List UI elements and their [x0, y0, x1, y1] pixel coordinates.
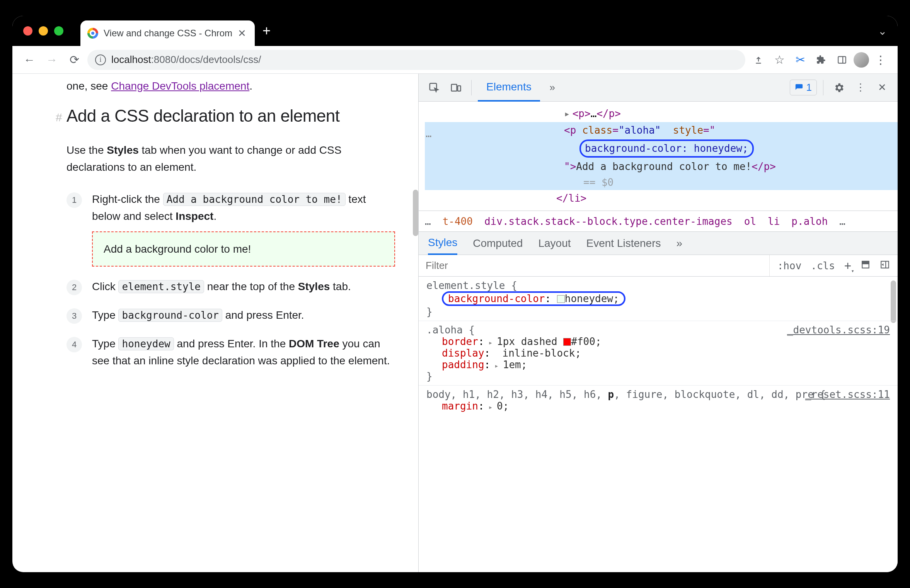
- list-item: 1 Right-click the Add a background color…: [66, 191, 395, 267]
- back-button[interactable]: ←: [20, 51, 39, 69]
- cls-toggle[interactable]: .cls: [811, 260, 835, 272]
- highlighted-style-declaration: background-color: honeydew;: [579, 139, 754, 158]
- styles-filter-input[interactable]: [419, 255, 769, 276]
- anchor-hash-icon[interactable]: #: [56, 109, 62, 127]
- minimize-window-icon[interactable]: [39, 26, 48, 36]
- window-controls: [23, 26, 63, 36]
- style-rule[interactable]: element.style { background-color: honeyd…: [419, 277, 898, 321]
- change-placement-link[interactable]: Change DevTools placement: [111, 80, 249, 92]
- style-rule[interactable]: _reset.scss:11 body, h1, h2, h3, h4, h5,…: [419, 386, 898, 415]
- step-number: 4: [66, 337, 82, 352]
- new-style-rule-icon[interactable]: +▾: [844, 259, 851, 272]
- inline-code: honeydew: [118, 337, 174, 350]
- color-swatch-icon[interactable]: [557, 295, 565, 303]
- browser-toolbar: ← → ⟳ i localhost:8080/docs/devtools/css…: [12, 46, 898, 74]
- svg-rect-3: [452, 84, 457, 91]
- rule-source-link[interactable]: _devtools.scss:19: [787, 324, 890, 336]
- intro-paragraph: Use the Styles tab when you want to chan…: [66, 142, 395, 175]
- devtools-toolbar: Elements » 1 ⋮ ✕: [419, 74, 898, 102]
- crumb-ellipsis[interactable]: …: [425, 216, 431, 227]
- scissors-icon[interactable]: ✂: [791, 51, 809, 69]
- dom-node-selected[interactable]: <p class="aloha" style=" background-colo…: [425, 122, 898, 190]
- address-bar[interactable]: i localhost:8080/docs/devtools/css/: [87, 50, 745, 70]
- svg-rect-0: [838, 56, 846, 63]
- rule-selector[interactable]: element.style {: [426, 280, 890, 291]
- tab-title: View and change CSS - Chrom: [104, 28, 232, 39]
- browser-menu-icon[interactable]: ⋮: [871, 51, 890, 69]
- settings-gear-icon[interactable]: [830, 78, 848, 97]
- reload-button[interactable]: ⟳: [65, 51, 84, 69]
- styles-pane[interactable]: element.style { background-color: honeyd…: [419, 277, 898, 572]
- toolbar-actions: ☆ ✂ ⋮: [749, 51, 890, 69]
- highlighted-declaration: background-color: honeydew;: [442, 291, 625, 306]
- page-content: one, see Change DevTools placement. # Ad…: [12, 74, 418, 572]
- step-number: 2: [66, 280, 82, 295]
- rule-source-link[interactable]: _reset.scss:11: [805, 389, 890, 400]
- tab-strip: View and change CSS - Chrom ✕ + ⌄: [12, 16, 898, 46]
- style-rule[interactable]: _devtools.scss:19 .aloha { border: ▸ 1px…: [419, 321, 898, 386]
- issues-badge[interactable]: 1: [790, 80, 817, 95]
- tab-layout[interactable]: Layout: [538, 237, 571, 250]
- dom-breadcrumbs[interactable]: … t-400 div.stack.stack--block.type.cent…: [419, 211, 898, 232]
- forward-button[interactable]: →: [43, 51, 61, 69]
- steps-list: 1 Right-click the Add a background color…: [66, 191, 395, 369]
- expand-arrow-icon[interactable]: ▸: [484, 403, 497, 411]
- page-scrollbar[interactable]: [413, 190, 418, 236]
- color-swatch-icon[interactable]: [563, 338, 571, 346]
- close-devtools-icon[interactable]: ✕: [873, 78, 891, 97]
- expand-arrow-icon[interactable]: ▸: [564, 108, 570, 119]
- styles-filter-bar: :hov .cls +▾: [419, 255, 898, 277]
- tab-event-listeners[interactable]: Event Listeners: [586, 237, 661, 250]
- dom-tree[interactable]: ⋯ ▸<p>…</p> <p class="aloha" style=" bac…: [419, 102, 898, 211]
- side-panel-icon[interactable]: [833, 51, 851, 69]
- tab-computed[interactable]: Computed: [473, 237, 523, 250]
- crumb[interactable]: ol: [744, 216, 756, 227]
- more-tabs-icon[interactable]: »: [543, 78, 562, 97]
- device-toggle-icon[interactable]: [446, 78, 465, 97]
- list-item: 2 Click element.style near the top of th…: [66, 278, 395, 295]
- profile-avatar[interactable]: [854, 52, 869, 68]
- extensions-icon[interactable]: [812, 51, 830, 69]
- crumb[interactable]: li: [768, 216, 780, 227]
- new-tab-button[interactable]: +: [262, 23, 271, 39]
- close-tab-icon[interactable]: ✕: [238, 27, 246, 39]
- crumb[interactable]: p.aloh: [791, 216, 828, 227]
- devtools-menu-icon[interactable]: ⋮: [851, 78, 870, 97]
- more-tabs-icon[interactable]: »: [677, 237, 683, 250]
- svg-rect-4: [458, 86, 461, 91]
- list-item: 3 Type background-color and press Enter.: [66, 307, 395, 324]
- url-host: localhost:8080/docs/devtools/css/: [111, 54, 261, 66]
- tabs-overflow-icon[interactable]: ⌄: [878, 25, 887, 37]
- tab-elements[interactable]: Elements: [478, 74, 540, 102]
- toggle-sidebar-icon[interactable]: [880, 260, 890, 272]
- computed-styles-icon[interactable]: [861, 260, 871, 272]
- browser-tab[interactable]: View and change CSS - Chrom ✕: [80, 20, 255, 46]
- expand-arrow-icon[interactable]: ▸: [484, 338, 497, 347]
- share-icon[interactable]: [749, 51, 768, 69]
- tab-styles[interactable]: Styles: [428, 232, 457, 255]
- site-info-icon[interactable]: i: [95, 54, 106, 65]
- demo-element[interactable]: Add a background color to me!: [92, 231, 395, 267]
- inspect-element-icon[interactable]: [425, 78, 443, 97]
- separator: [823, 80, 823, 95]
- inline-code: element.style: [118, 280, 204, 293]
- close-window-icon[interactable]: [23, 26, 32, 36]
- selected-node-indicator: == $0: [425, 175, 898, 190]
- issues-count: 1: [806, 82, 812, 93]
- dom-node[interactable]: ▸<p>…</p>: [425, 105, 898, 122]
- hov-toggle[interactable]: :hov: [777, 260, 802, 272]
- page-heading: Add a CSS declaration to an element: [66, 105, 395, 126]
- ellipsis-icon[interactable]: ⋯: [426, 129, 433, 144]
- list-item: 4 Type honeydew and press Enter. In the …: [66, 335, 395, 369]
- crumb-ellipsis[interactable]: …: [839, 216, 845, 227]
- bookmark-icon[interactable]: ☆: [770, 51, 789, 69]
- expand-arrow-icon[interactable]: ▸: [490, 362, 503, 370]
- dom-node[interactable]: </li>: [425, 190, 898, 207]
- styles-tab-bar: Styles Computed Layout Event Listeners »: [419, 232, 898, 255]
- crumb[interactable]: div.stack.stack--block.type.center-image…: [484, 216, 733, 227]
- intro-fragment: one, see Change DevTools placement.: [66, 78, 395, 94]
- fullscreen-window-icon[interactable]: [54, 26, 63, 36]
- chrome-favicon-icon: [87, 28, 98, 39]
- crumb[interactable]: t-400: [443, 216, 473, 227]
- svg-rect-6: [862, 261, 869, 264]
